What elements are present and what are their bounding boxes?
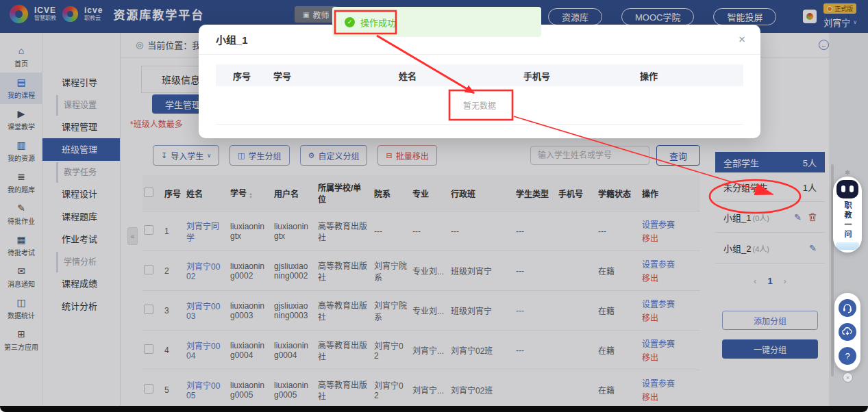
help-button[interactable]: ? — [839, 347, 856, 365]
assistant-label: 职教一问 — [842, 201, 853, 240]
floating-toolbar: ? — [834, 293, 860, 371]
question-icon: ? — [845, 351, 850, 361]
toast-message: 操作成功 — [360, 16, 396, 29]
assistant-widget[interactable]: ✻ 职教一问 — [833, 169, 862, 253]
modal-col-header-学号: 学号 — [273, 64, 399, 86]
empty-state: 暂无数据 — [216, 86, 743, 125]
modal-table: 序号学号姓名手机号操作 — [216, 64, 743, 86]
robot-icon — [836, 180, 858, 198]
assistant-pill: 职教一问 — [833, 177, 862, 253]
modal-col-header-姓名: 姓名 — [399, 64, 523, 86]
sparkle-icon: ✻ — [845, 169, 850, 176]
success-toast: ✓ 操作成功 — [332, 7, 541, 37]
headset-icon — [842, 302, 853, 313]
check-circle-icon: ✓ — [345, 17, 355, 27]
modal-title: 小组_1 — [216, 32, 248, 47]
window-bottom-edge — [0, 406, 868, 412]
widget-close-icon[interactable]: × — [843, 372, 853, 383]
modal-table-head-row: 序号学号姓名手机号操作 — [216, 64, 743, 86]
app-window: ICVE智慧职教 icve职教云 资源库教学平台 ▣ 教师 资源库MOOC学院智… — [0, 0, 868, 412]
modal-col-header-操作: 操作 — [640, 64, 743, 86]
cloud-decoration — [836, 242, 859, 250]
modal-col-header-手机号: 手机号 — [523, 64, 640, 86]
close-icon[interactable]: × — [739, 34, 745, 45]
modal-col-header-序号: 序号 — [216, 64, 273, 86]
download-center-button[interactable] — [839, 323, 856, 341]
customer-service-button[interactable] — [839, 299, 856, 317]
group-detail-modal: 小组_1 × 序号学号姓名手机号操作 暂无数据 — [199, 25, 760, 138]
cloud-download-icon — [842, 326, 853, 337]
